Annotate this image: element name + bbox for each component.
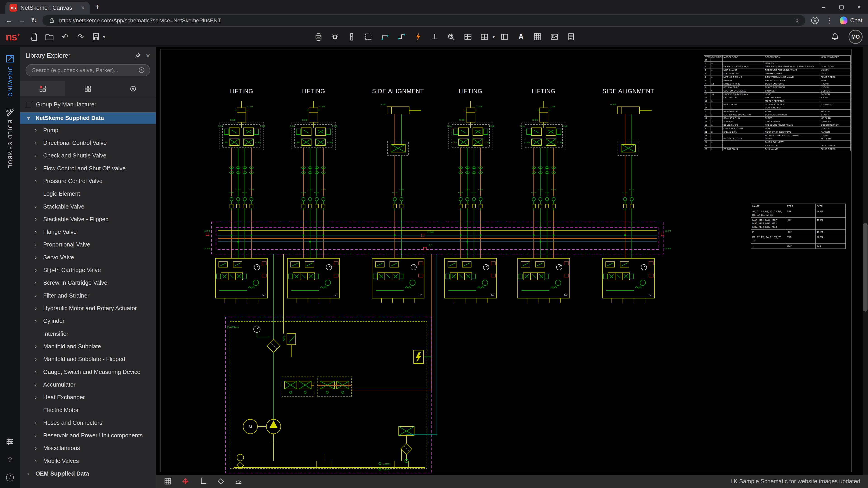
dimension-button[interactable] bbox=[428, 30, 441, 43]
bookmark-star-icon[interactable]: ☆ bbox=[794, 18, 800, 24]
close-panel-icon[interactable]: × bbox=[146, 52, 150, 60]
tree-item[interactable]: › Slip-In Cartridge Valve bbox=[20, 264, 156, 276]
orthogonal-connector-alt-button[interactable] bbox=[395, 30, 408, 43]
grid-table-button[interactable] bbox=[531, 30, 545, 43]
vertical-scrollbar[interactable] bbox=[863, 47, 868, 475]
new-tab-button[interactable]: + bbox=[95, 2, 100, 11]
save-menu-caret-icon[interactable]: ▾ bbox=[103, 34, 105, 39]
menu-dots-icon[interactable]: ⋮ bbox=[826, 17, 833, 24]
distribution-bus[interactable]: G 3/4 G 3/4 G 3/4 G 3/4 G 3/4 G 1 bbox=[204, 222, 671, 254]
undo-button[interactable]: ↶ bbox=[58, 30, 72, 43]
redo-button[interactable]: ↷ bbox=[74, 30, 88, 43]
maximize-button[interactable]: ▢ bbox=[833, 0, 850, 14]
tree-item[interactable]: › Flange Valve bbox=[20, 225, 156, 238]
svg-text:G 3/4: G 3/4 bbox=[204, 247, 210, 250]
tree-item[interactable]: › Hydraulic Motor and Rotary Actuator bbox=[20, 302, 156, 315]
library-tab-custom[interactable] bbox=[110, 81, 156, 96]
tree-item[interactable]: › Heat Exchanger bbox=[20, 391, 156, 404]
settings-sliders-icon[interactable] bbox=[5, 437, 14, 446]
tree-item[interactable]: › Stackable Valve bbox=[20, 200, 156, 213]
user-avatar[interactable]: MO bbox=[848, 30, 862, 43]
port-size-table[interactable]: NAME TYPE SIZE A1, A1, A2, A2, A3, A3, B… bbox=[751, 203, 846, 249]
tab-close-icon[interactable]: × bbox=[80, 4, 86, 11]
tree-item[interactable]: › Manifold and Subplate bbox=[20, 340, 156, 353]
new-drawing-button[interactable] bbox=[27, 30, 41, 43]
schedule-panel-button[interactable] bbox=[498, 30, 511, 43]
tree-item[interactable]: › Mobile Valves bbox=[20, 455, 156, 467]
tree-item[interactable]: › Reservoir and Power Unit components bbox=[20, 429, 156, 442]
tree-item[interactable]: › Gauge, Switch and Measuring Device bbox=[20, 365, 156, 378]
tree-item[interactable]: › Filter and Strainer bbox=[20, 289, 156, 302]
chat-button[interactable]: Chat bbox=[840, 17, 863, 24]
reload-icon[interactable]: ↻ bbox=[31, 17, 37, 24]
help-icon[interactable]: ? bbox=[8, 456, 12, 464]
library-tab-symbols[interactable] bbox=[20, 81, 65, 96]
save-button[interactable] bbox=[89, 30, 103, 43]
profile-avatar-icon[interactable] bbox=[811, 16, 819, 25]
tree-item[interactable]: › Screw-In Cartridge Valve bbox=[20, 276, 156, 289]
group-by-checkbox[interactable] bbox=[27, 102, 32, 107]
tree-item[interactable]: › Accumulator bbox=[20, 378, 156, 391]
search-history-clock-icon[interactable] bbox=[137, 66, 146, 74]
tree-item[interactable]: Intensifier bbox=[20, 327, 156, 340]
close-window-button[interactable]: × bbox=[850, 0, 868, 14]
tree-item[interactable]: Logic Element bbox=[20, 188, 156, 200]
protractor-icon[interactable] bbox=[235, 477, 242, 485]
tree-item[interactable]: › Manifold and Subplate - Flipped bbox=[20, 353, 156, 365]
origin-axes-icon[interactable] bbox=[199, 477, 207, 485]
tree-item[interactable]: › Stackable Valve - Flipped bbox=[20, 213, 156, 225]
group-by-manufacturer[interactable]: Group By Manufacturer bbox=[20, 96, 156, 112]
rail-tab-build-symbol[interactable]: BUILD SYMBOL bbox=[5, 107, 15, 169]
feed-lines[interactable] bbox=[274, 254, 437, 434]
pin-panel-icon[interactable] bbox=[134, 52, 142, 59]
text-tool-button[interactable]: A bbox=[514, 30, 528, 43]
tree-item[interactable]: › Flow Control and Shut Off Valve bbox=[20, 162, 156, 175]
grid-toggle-icon[interactable] bbox=[164, 477, 172, 485]
marquee-select-button[interactable] bbox=[362, 30, 375, 43]
table-menu-caret-icon[interactable]: ▾ bbox=[493, 34, 495, 39]
tree-item[interactable]: › Servo Valve bbox=[20, 251, 156, 264]
notifications-bell-icon[interactable] bbox=[831, 32, 840, 41]
snap-diamond-icon[interactable] bbox=[217, 477, 225, 485]
table-menu-button[interactable] bbox=[477, 30, 491, 43]
sheet-button[interactable] bbox=[564, 30, 578, 43]
library-tab-parts[interactable] bbox=[65, 81, 110, 96]
plot-settings-button[interactable] bbox=[311, 30, 325, 43]
back-icon[interactable]: ← bbox=[5, 17, 13, 24]
bom-table-button[interactable] bbox=[461, 30, 475, 43]
tree-item[interactable]: › Miscellaneous bbox=[20, 442, 156, 455]
schematic-canvas[interactable]: G 3/8 G 3/8 G 1/4 G 1/2 bbox=[156, 47, 868, 475]
orthogonal-connector-button[interactable] bbox=[378, 30, 392, 43]
scrollbar-thumb[interactable] bbox=[863, 223, 868, 312]
minimize-button[interactable]: – bbox=[815, 0, 833, 14]
tree-item[interactable]: › Cylinder bbox=[20, 315, 156, 327]
symbol-settings-button[interactable] bbox=[328, 30, 342, 43]
cylinder-assembly[interactable] bbox=[218, 101, 651, 210]
connector-lines[interactable] bbox=[231, 210, 632, 258]
power-unit[interactable]: (0-400bar) bbox=[225, 317, 431, 473]
url-field[interactable]: https://netskeme.com/App/schematic?servi… bbox=[42, 15, 805, 26]
snap-crosshair-icon[interactable] bbox=[182, 477, 189, 485]
tree-item[interactable]: › Pressure Control Valve bbox=[20, 175, 156, 187]
forward-icon[interactable]: → bbox=[18, 17, 26, 24]
zoom-region-button[interactable] bbox=[444, 30, 458, 43]
tree-item[interactable]: › Hoses and Connectors bbox=[20, 416, 156, 429]
rail-tab-drawing[interactable]: DRAWING bbox=[5, 54, 15, 98]
insert-image-button[interactable] bbox=[547, 30, 561, 43]
pin-ruler-button[interactable] bbox=[345, 30, 359, 43]
bom-cell: PRESSURE GAUGE bbox=[764, 78, 820, 82]
browser-tab[interactable]: ns NetSkeme : Canvas × bbox=[5, 2, 90, 14]
tree-item[interactable]: › Check and Shuttle Valve bbox=[20, 149, 156, 162]
library-search-input[interactable] bbox=[26, 64, 150, 76]
bom-table[interactable]: ITEM ID QUANTITY MODEL CODE DESCRIPTION … bbox=[704, 55, 850, 151]
open-file-button[interactable] bbox=[43, 30, 57, 43]
tree-item[interactable]: Electric Motor bbox=[20, 404, 156, 416]
tree-item[interactable]: › Directional Control Valve bbox=[20, 136, 156, 149]
tree-root-oem[interactable]: › OEM Supplied Data bbox=[20, 467, 156, 480]
tree-root-netskeme[interactable]: ▾ NetSkeme Supplied Data bbox=[20, 112, 156, 124]
tree-item[interactable]: › Proportional Valve bbox=[20, 238, 156, 251]
info-icon[interactable]: i bbox=[6, 474, 14, 481]
manifold-block[interactable] bbox=[215, 258, 654, 303]
auto-route-button[interactable] bbox=[411, 30, 425, 43]
tree-item[interactable]: › Pump bbox=[20, 124, 156, 136]
